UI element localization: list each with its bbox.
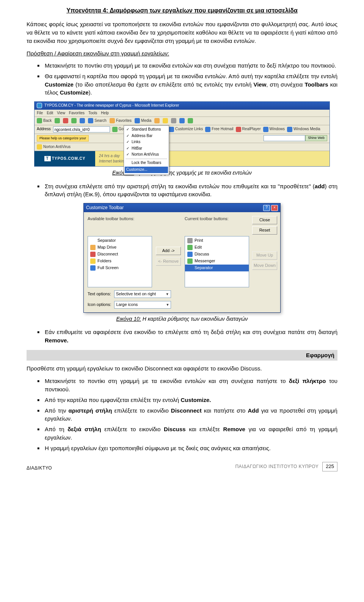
close-dialog-button[interactable]: Close — [252, 216, 277, 224]
link-item[interactable]: Windows Media — [287, 126, 320, 132]
caption-9: Εικόνα 9: Προσαρμογή της γραμμής με τα ε… — [27, 169, 337, 177]
shine-search[interactable]: Shine Web — [264, 135, 327, 141]
yellow-strip[interactable]: Please help us categorize your — [37, 135, 89, 142]
link-icon — [205, 127, 210, 132]
window-title-text: TYPOS.COM.CY - The online newspaper of C… — [44, 103, 179, 109]
page-content: TTYPOS.COM.CY 24 hrs a dayInternet banki… — [35, 151, 329, 166]
list-item[interactable]: Map Drive — [88, 244, 152, 251]
list-item-selected[interactable]: Separator — [185, 265, 249, 271]
list-item[interactable]: Print — [185, 237, 249, 244]
text-options-label: Text options: — [88, 291, 111, 297]
page-number: 225 — [322, 462, 337, 471]
address-input[interactable]: ngcontent.chi/a_id=0 — [53, 126, 110, 132]
list-item[interactable]: Discuss — [185, 251, 249, 258]
edit-icon — [187, 245, 193, 250]
dd-links[interactable]: ✓Links — [126, 139, 167, 145]
norton-icon — [37, 144, 42, 150]
dialog-titlebar: Customize Toolbar ? × — [84, 203, 280, 212]
dd-lock[interactable]: Lock the Toolbars — [126, 160, 167, 166]
bullet-list-1: Μετακινήστε το ποντίκι στη γραμμή με τα … — [27, 61, 337, 97]
icon-options-combo[interactable]: Large icons▼ — [114, 301, 171, 309]
add-button[interactable]: Add -> — [156, 247, 181, 255]
bullet-item: Μετακινήστε το ποντίκι στη γραμμή με τα … — [37, 61, 337, 70]
subheading: Πρόσθεση / Αφαίρεση εικονιδίων στη γραμμ… — [27, 49, 337, 58]
window-titlebar: TYPOS.COM.CY - The online newspaper of C… — [35, 102, 329, 110]
moveup-button[interactable]: Move Up — [252, 251, 277, 260]
link-icon — [287, 127, 292, 132]
list-item[interactable]: Edit — [185, 244, 249, 251]
refresh-icon[interactable] — [71, 118, 77, 123]
close-button[interactable]: × — [271, 205, 278, 211]
hitbar: Please help us categorize your Shine Web — [35, 134, 329, 143]
ie-window: TYPOS.COM.CY - The online newspaper of C… — [34, 101, 330, 167]
footer-institution: ΠΑΙΔΑΓΩΓΙΚΟ ΙΝΣΤΙΤΟΥΤΟ ΚΥΠΡΟΥ — [235, 463, 318, 470]
application-header: Εφαρμογή — [27, 350, 337, 361]
mail-icon[interactable] — [163, 118, 168, 123]
discuss-icon[interactable] — [188, 118, 193, 123]
dd-hitbar[interactable]: ✓HitBar — [126, 145, 167, 152]
address-bar[interactable]: Address ngcontent.chi/a_id=0 Go Links To… — [35, 125, 329, 134]
menu-tools[interactable]: Tools — [88, 110, 97, 116]
disconnect-icon — [90, 252, 96, 257]
movedown-button[interactable]: Move Down — [252, 262, 277, 270]
bullet-item: Θα εμφανιστεί η καρτέλα που αφορά τη γρα… — [37, 72, 337, 97]
list-item[interactable]: Separator — [88, 237, 152, 244]
media-button[interactable]: Media — [135, 118, 151, 124]
dd-address[interactable]: ✓Address Bar — [126, 133, 167, 139]
search-button[interactable]: Search — [88, 118, 107, 124]
toolbar-context-menu[interactable]: ✓Standard Buttons ✓Address Bar ✓Links ✓H… — [124, 125, 169, 175]
print-icon[interactable] — [171, 118, 176, 123]
menu-bar[interactable]: File Edit View Favorites Tools Help — [35, 110, 329, 117]
bullet-list-2: Στη συνέχεια επιλέγετε από την αριστερή … — [27, 182, 337, 199]
stop-icon[interactable] — [63, 118, 68, 123]
link-item[interactable]: Free Hotmail — [205, 126, 233, 132]
current-listbox[interactable]: Print Edit Discuss Messenger Separator — [185, 236, 249, 287]
available-label: Available toolbar buttons: — [88, 216, 152, 222]
dd-standard[interactable]: ✓Standard Buttons — [126, 126, 167, 133]
go-button[interactable]: Go — [112, 126, 124, 132]
menu-help[interactable]: Help — [101, 110, 109, 116]
discuss-icon — [187, 252, 193, 257]
remove-button[interactable]: <- Remove — [156, 257, 181, 266]
available-listbox[interactable]: Separator Map Drive Disconnect Folders F… — [88, 236, 152, 287]
dd-customize[interactable]: Customize... — [125, 167, 168, 173]
bullet-item: Στη συνέχεια επιλέγετε από την αριστερή … — [37, 182, 337, 199]
back-icon — [37, 118, 42, 123]
dialog-body: Available toolbar buttons: Current toolb… — [84, 212, 280, 312]
step-item: Από την αριστερή στήλη επιλέξετε το εικο… — [37, 407, 337, 423]
history-icon[interactable] — [154, 118, 160, 123]
step-item: Από τη δεξιά στήλη επιλέξετε το εικονίδι… — [37, 425, 337, 442]
standard-toolbar[interactable]: Back Search Favorites Media ✓Standard Bu… — [35, 117, 329, 125]
list-item[interactable]: Full Screen — [88, 265, 152, 271]
shine-input[interactable] — [264, 135, 305, 141]
bullet-item: Εάν επιθυμείτε να αφαιρέσετε ένα εικονίδ… — [37, 328, 337, 345]
folders-icon — [90, 258, 96, 264]
home-icon[interactable] — [80, 118, 85, 123]
footer-left: ΔΙΑΔΙΚΤΥΟ — [27, 465, 52, 471]
dd-separator — [126, 159, 167, 159]
bullet-list-3: Εάν επιθυμείτε να αφαιρέσετε ένα εικονίδ… — [27, 328, 337, 345]
list-item[interactable]: Folders — [88, 258, 152, 265]
edit-icon[interactable] — [179, 118, 185, 123]
back-button[interactable]: Back — [37, 118, 52, 124]
dd-norton[interactable]: ✓Norton AntiVirus — [126, 151, 167, 158]
favorites-button[interactable]: Favorites — [110, 118, 132, 124]
steps-list: Μετακινήστε το ποντίκι στη γραμμή με τα … — [27, 377, 337, 452]
ie-icon — [37, 103, 42, 108]
forward-icon[interactable] — [55, 118, 60, 123]
menu-edit[interactable]: Edit — [47, 110, 53, 116]
menu-view[interactable]: View — [57, 110, 65, 116]
menu-file[interactable]: File — [37, 110, 43, 116]
link-item[interactable]: RealPlayer — [236, 126, 261, 132]
text-options-combo[interactable]: Selective text on right▼ — [114, 290, 171, 298]
list-item[interactable]: Disconnect — [88, 251, 152, 258]
help-button[interactable]: ? — [263, 205, 270, 211]
icon-options-label: Icon options: — [88, 302, 111, 308]
shine-button[interactable]: Shine Web — [305, 135, 327, 141]
reset-button[interactable]: Reset — [252, 226, 277, 235]
menu-favorites[interactable]: Favorites — [69, 110, 85, 116]
go-icon — [112, 127, 118, 132]
link-item[interactable]: Customize Links — [169, 126, 203, 132]
list-item[interactable]: Messenger — [185, 258, 249, 265]
link-item[interactable]: Windows — [263, 126, 285, 132]
